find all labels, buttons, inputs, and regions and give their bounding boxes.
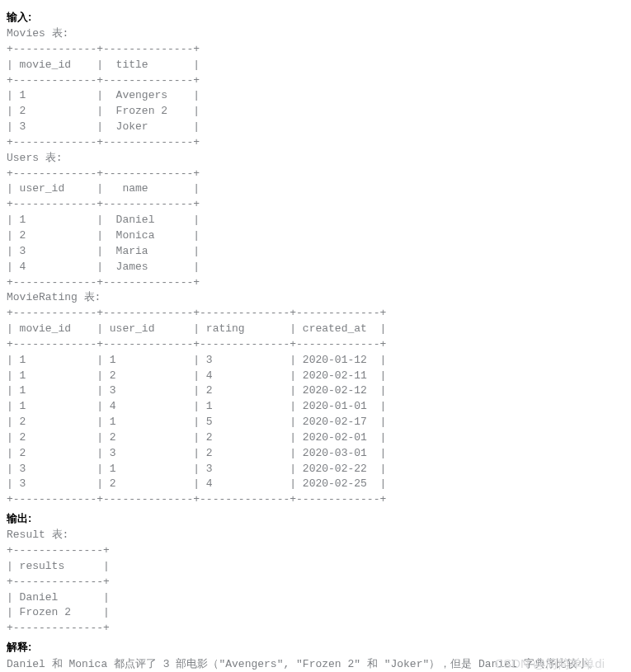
users-divider: +-------------+--------------+ <box>7 275 624 291</box>
table-row: | 2 | Monica | <box>7 228 624 244</box>
result-divider: +--------------+ <box>7 621 624 637</box>
users-header: | user_id | name | <box>7 181 624 197</box>
table-row: | 1 | 1 | 3 | 2020-01-12 | <box>7 353 624 369</box>
result-divider: +--------------+ <box>7 575 624 590</box>
movies-caption: Movies 表: <box>7 26 624 42</box>
movie-rating-divider: +-------------+--------------+----------… <box>7 492 624 508</box>
movies-header: | movie_id | title | <box>7 58 624 73</box>
table-row: | 1 | Daniel | <box>7 213 624 228</box>
movie-rating-caption: MovieRating 表: <box>7 290 624 306</box>
movies-divider: +-------------+--------------+ <box>7 135 624 151</box>
table-row: | 2 | Frozen 2 | <box>7 104 624 120</box>
explain-label: 解释: <box>7 640 624 655</box>
result-divider: +--------------+ <box>7 543 624 559</box>
table-row: | 3 | 2 | 4 | 2020-02-25 | <box>7 477 624 492</box>
table-row: | Daniel | <box>7 590 624 606</box>
output-label: 输出: <box>7 511 624 526</box>
table-row: | 2 | 2 | 2 | 2020-02-01 | <box>7 430 624 446</box>
result-caption: Result 表: <box>7 528 624 543</box>
table-row: | 4 | James | <box>7 260 624 275</box>
movies-divider: +-------------+--------------+ <box>7 42 624 58</box>
table-row: | Frozen 2 | <box>7 605 624 621</box>
table-row: | 3 | Maria | <box>7 244 624 260</box>
users-divider: +-------------+--------------+ <box>7 197 624 213</box>
users-caption: Users 表: <box>7 151 624 167</box>
table-row: | 2 | 3 | 2 | 2020-03-01 | <box>7 446 624 462</box>
table-row: | 2 | 1 | 5 | 2020-02-17 | <box>7 415 624 430</box>
movie-rating-header: | movie_id | user_id | rating | created_… <box>7 322 624 337</box>
table-row: | 1 | 3 | 2 | 2020-02-12 | <box>7 383 624 399</box>
movie-rating-divider: +-------------+--------------+----------… <box>7 337 624 353</box>
table-row: | 1 | 2 | 4 | 2020-02-11 | <box>7 369 624 384</box>
table-row: | 3 | 1 | 3 | 2020-02-22 | <box>7 462 624 477</box>
table-row: | 1 | Avengers | <box>7 88 624 104</box>
movies-divider: +-------------+--------------+ <box>7 73 624 89</box>
input-label: 输入: <box>7 10 624 25</box>
users-divider: +-------------+--------------+ <box>7 167 624 182</box>
table-row: | 3 | Joker | <box>7 120 624 135</box>
table-row: | 1 | 4 | 1 | 2020-01-01 | <box>7 399 624 415</box>
movie-rating-divider: +-------------+--------------+----------… <box>7 306 624 322</box>
explain-line: Daniel 和 Monica 都点评了 3 部电影（"Avengers", "… <box>7 656 624 672</box>
result-header: | results | <box>7 559 624 575</box>
